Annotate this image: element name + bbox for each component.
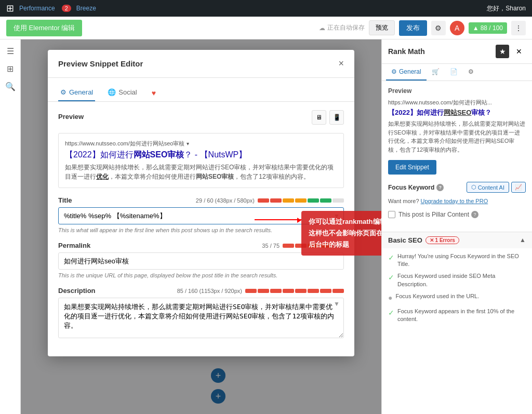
description-counter: 85 / 160 (1153px / 920px) bbox=[177, 288, 344, 294]
desc-pb-1 bbox=[245, 289, 257, 293]
focus-keyword-buttons: ⬡ Content AI 📈 bbox=[467, 182, 526, 193]
url-arrow-icon: ▾ bbox=[187, 141, 189, 146]
rank-math-sidebar: Rank Math ★ ✕ ⚙ General 🛒 📄 ⚙ Preview ht… bbox=[381, 39, 532, 414]
basic-seo-title: Basic SEO ✕ 1 Errors bbox=[388, 236, 459, 244]
basic-seo-header[interactable]: Basic SEO ✕ 1 Errors ▲ bbox=[382, 232, 532, 248]
permalink-hint: This is the unique URL of this page, dis… bbox=[58, 272, 344, 278]
title-counter: 29 / 60 (438px / 580px) bbox=[196, 197, 344, 204]
modal-tabs: ⚙ General 🌐 Social ♥ bbox=[48, 78, 354, 102]
ai-icon: ⬡ bbox=[471, 184, 476, 191]
description-dropdown-icon: ▼ bbox=[334, 300, 340, 308]
search-strip-btn[interactable]: 🔍 bbox=[3, 79, 18, 94]
pl-pb-3 bbox=[308, 244, 319, 248]
pb-seg-1 bbox=[258, 198, 269, 203]
seo-check-1: ✓ Hurray! You're using Focus Keyword in … bbox=[388, 252, 526, 269]
avada-icon[interactable]: A bbox=[450, 21, 464, 35]
permalink-counter: 35 / 75 bbox=[262, 243, 344, 249]
seo-check-text-4: Focus Keyword appears in the first 10% o… bbox=[397, 308, 526, 324]
description-textarea[interactable]: 如果想要实现网站持续增长，那么就需要定期对网站进行SEO审核，并对审核结果中需要… bbox=[58, 298, 344, 338]
check-icon-green-4: ✓ bbox=[388, 308, 394, 318]
title-input[interactable] bbox=[58, 207, 344, 224]
desc-pb-3 bbox=[270, 289, 282, 293]
check-icon-green-2: ✓ bbox=[388, 273, 394, 283]
focus-keyword-row: Focus Keyword ? ⬡ Content AI 📈 bbox=[388, 182, 526, 193]
seo-check-2: ✓ Focus Keyword used inside SEO Meta Des… bbox=[388, 272, 526, 288]
title-field-group: Title 29 / 60 (438px / 580px) bbox=[58, 196, 344, 233]
desc-pb-5 bbox=[295, 289, 307, 293]
preview-section-title: Preview bbox=[58, 113, 84, 121]
seo-checks-list: ✓ Hurray! You're using Focus Keyword in … bbox=[382, 252, 532, 328]
more-options-icon[interactable]: ⋮ bbox=[511, 21, 526, 35]
modal-close-button[interactable]: × bbox=[338, 58, 344, 69]
social-tab-icon: 🌐 bbox=[108, 88, 116, 96]
snippet-desc: 如果想要实现网站持续增长，那么就需要定期对网站进行SEO审核，并对审核结果中需要… bbox=[65, 163, 337, 181]
edit-elementor-button[interactable]: 使用 Elementor 编辑 bbox=[6, 20, 82, 36]
canvas-area: Preview Snippet Editor × ⚙ General 🌐 Soc… bbox=[21, 39, 381, 414]
pillar-content-checkbox[interactable] bbox=[388, 211, 395, 218]
desc-pb-7 bbox=[320, 289, 331, 293]
pb-seg-4 bbox=[295, 198, 307, 203]
tab-social[interactable]: 🌐 Social bbox=[105, 84, 139, 101]
left-panel-btn[interactable]: ☰ bbox=[3, 44, 18, 58]
wp-logo[interactable]: ⊞ bbox=[6, 3, 14, 14]
check-icon-gray-3: ● bbox=[388, 293, 392, 303]
sidebar-close-button[interactable]: ✕ bbox=[512, 45, 526, 58]
description-field-label: Description bbox=[58, 287, 96, 295]
perf-link[interactable]: Performance bbox=[19, 5, 55, 12]
desc-pb-4 bbox=[283, 289, 294, 293]
seo-score-badge[interactable]: ▲ 88 / 100 bbox=[469, 22, 507, 34]
permalink-input[interactable] bbox=[58, 252, 344, 270]
seo-check-text-3: Focus Keyword used in the URL. bbox=[395, 292, 479, 300]
desktop-preview-btn[interactable]: 🖥 bbox=[312, 110, 326, 125]
title-progress-bar bbox=[258, 198, 344, 203]
sidebar-snippet-title: 【2022】如何进行网站SEO审核？ bbox=[388, 108, 526, 117]
score-arrow-icon: ▲ bbox=[473, 24, 479, 32]
sidebar-header: Rank Math ★ ✕ bbox=[382, 39, 532, 64]
sidebar-tab-schema[interactable]: 📄 bbox=[445, 64, 463, 81]
settings-icon[interactable]: ⚙ bbox=[431, 21, 446, 35]
permalink-field-header: Permalink 35 / 75 bbox=[58, 242, 344, 249]
preview-group: Preview 🖥 📱 https://www.nutsseo.com/如何进行… bbox=[58, 110, 344, 188]
modal-header: Preview Snippet Editor × bbox=[48, 50, 354, 78]
seo-check-text-1: Hurray! You're using Focus Keyword in th… bbox=[397, 252, 526, 269]
trend-button[interactable]: 📈 bbox=[511, 182, 526, 193]
tab-heart[interactable]: ♥ bbox=[150, 85, 158, 101]
sidebar-header-icons: ★ ✕ bbox=[496, 45, 526, 58]
description-field-group: Description 85 / 160 (1153px / 920px) bbox=[58, 287, 344, 340]
mobile-preview-btn[interactable]: 📱 bbox=[329, 110, 344, 125]
elementor-toolbar: 使用 Elementor 编辑 ☁ 正在自动保存 预览 发布 ⚙ A ▲ 88 … bbox=[0, 17, 532, 39]
permalink-progress-bar bbox=[283, 244, 344, 248]
admin-bar: ⊞ Performance 2 Breeze 您好，Sharon bbox=[0, 0, 532, 17]
sidebar-tab-general[interactable]: ⚙ General bbox=[386, 64, 427, 81]
snippet-editor-modal: Preview Snippet Editor × ⚙ General 🌐 Soc… bbox=[48, 50, 354, 356]
pl-pb-5 bbox=[332, 244, 344, 248]
toolbar-right: ☁ 正在自动保存 预览 发布 ⚙ A ▲ 88 / 100 ⋮ bbox=[319, 20, 526, 36]
focus-keyword-label: Focus Keyword ? bbox=[388, 184, 444, 191]
star-button[interactable]: ★ bbox=[496, 45, 509, 58]
sidebar-body: Preview https://www.nutsseo.com/如何进行网站..… bbox=[382, 81, 532, 232]
content-ai-button[interactable]: ⬡ Content AI bbox=[467, 182, 509, 193]
sidebar-preview-label: Preview bbox=[388, 87, 526, 95]
pillar-help-icon[interactable]: ? bbox=[471, 211, 478, 218]
publish-button[interactable]: 发布 bbox=[399, 20, 427, 36]
sidebar-tab-advanced[interactable]: ⚙ bbox=[463, 64, 479, 81]
description-progress-bar bbox=[245, 289, 344, 293]
breeze-link[interactable]: Breeze bbox=[76, 5, 96, 12]
gear-tab-icon: ⚙ bbox=[60, 88, 66, 96]
permalink-input-wrapper bbox=[58, 252, 344, 270]
focus-keyword-help-icon[interactable]: ? bbox=[436, 184, 444, 191]
snippet-title: 【2022】如何进行网站SEO审核？ - 【NutsWP】 bbox=[65, 150, 337, 161]
desc-pb-8 bbox=[332, 289, 344, 293]
tab-general[interactable]: ⚙ General bbox=[58, 84, 95, 101]
error-badge: ✕ 1 Errors bbox=[425, 236, 459, 244]
sidebar-tab-commerce[interactable]: 🛒 bbox=[427, 64, 445, 81]
edit-snippet-button[interactable]: Edit Snippet bbox=[388, 160, 436, 175]
description-input-wrapper: 如果想要实现网站持续增长，那么就需要定期对网站进行SEO审核，并对审核结果中需要… bbox=[58, 298, 344, 340]
perf-count-badge: 2 bbox=[62, 5, 71, 12]
responsive-btn[interactable]: ⊞ bbox=[3, 61, 18, 76]
desc-pb-6 bbox=[308, 289, 319, 293]
rank-math-title: Rank Math bbox=[388, 47, 425, 56]
upgrade-link[interactable]: Upgrade today to the PRO bbox=[421, 198, 488, 204]
preview-button[interactable]: 预览 bbox=[369, 20, 395, 35]
description-field-header: Description 85 / 160 (1153px / 920px) bbox=[58, 287, 344, 295]
